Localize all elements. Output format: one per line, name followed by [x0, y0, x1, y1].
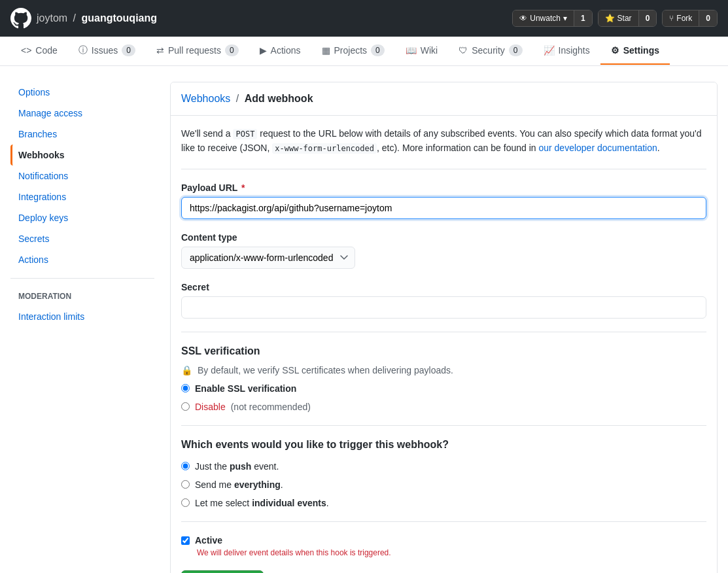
sidebar-item-secrets[interactable]: Secrets — [10, 228, 154, 249]
wiki-icon: 📖 — [406, 45, 417, 56]
main-body: We'll send a POST request to the URL bel… — [171, 116, 717, 573]
payload-url-required: * — [241, 182, 245, 193]
secret-input[interactable] — [181, 296, 706, 319]
repo-owner[interactable]: joytom — [37, 12, 67, 24]
ssl-verification-group: SSL verification 🔒 By default, we verify… — [181, 345, 706, 412]
watch-button[interactable]: 👁 Unwatch ▾ — [513, 10, 574, 26]
github-icon — [10, 8, 31, 29]
sidebar-branches-label: Branches — [18, 129, 57, 139]
content-type-select[interactable]: application/x-www-form-urlencoded applic… — [181, 247, 355, 269]
sidebar-item-interaction-limits[interactable]: Interaction limits — [10, 306, 154, 327]
watch-chevron-icon: ▾ — [563, 14, 567, 23]
code-icon: <> — [21, 45, 31, 56]
payload-url-group: Payload URL * — [181, 182, 706, 219]
payload-url-input[interactable] — [181, 197, 706, 219]
sidebar: Options Manage access Branches Webhooks … — [10, 82, 154, 573]
tab-insights[interactable]: 📈 Insights — [533, 37, 600, 65]
payload-url-label: Payload URL * — [181, 182, 706, 193]
star-icon: ⭐ — [605, 14, 615, 23]
event-everything-radio[interactable] — [181, 480, 190, 489]
page-breadcrumb: Webhooks / Add webhook — [181, 93, 706, 105]
sidebar-item-branches[interactable]: Branches — [10, 124, 154, 145]
star-button[interactable]: ⭐ Star — [598, 10, 638, 26]
security-icon: 🛡 — [459, 45, 468, 56]
sidebar-options-label: Options — [18, 87, 50, 97]
watch-icon: 👁 — [519, 14, 527, 23]
star-button-group: ⭐ Star 0 — [598, 10, 657, 27]
tab-settings[interactable]: ⚙ Settings — [600, 37, 670, 65]
tab-wiki[interactable]: 📖 Wiki — [395, 37, 448, 65]
event-individual-radio[interactable] — [181, 498, 190, 507]
fork-label: Fork — [676, 14, 692, 23]
tab-security-label: Security — [472, 45, 505, 56]
event-individual-label: Let me select individual events. — [195, 498, 329, 508]
ssl-radio-group: Enable SSL verification Disable (not rec… — [181, 383, 706, 412]
watch-button-group: 👁 Unwatch ▾ 1 — [512, 10, 592, 27]
main-content: Webhooks / Add webhook We'll send a POST… — [170, 82, 718, 573]
header-right: 👁 Unwatch ▾ 1 ⭐ Star 0 ⑂ Fork 0 — [512, 10, 718, 27]
content-type-label: Content type — [181, 232, 706, 243]
event-individual-option[interactable]: Let me select individual events. — [181, 498, 706, 508]
active-checkbox[interactable] — [181, 536, 190, 545]
repo-sep: / — [73, 12, 76, 24]
sidebar-item-actions[interactable]: Actions — [10, 249, 154, 270]
add-webhook-button[interactable]: Add webhook — [181, 570, 264, 573]
ssl-enable-radio[interactable] — [181, 384, 190, 392]
sidebar-secrets-label: Secrets — [18, 234, 49, 244]
post-code: POST — [233, 129, 257, 139]
event-push-option[interactable]: Just the push event. — [181, 461, 706, 472]
watch-count: 1 — [574, 10, 592, 26]
event-push-label: Just the push event. — [195, 461, 279, 472]
ssl-disable-radio[interactable] — [181, 402, 190, 411]
issues-count: 0 — [122, 44, 135, 56]
projects-count: 0 — [371, 44, 385, 56]
breadcrumb-parent[interactable]: Webhooks — [181, 93, 230, 104]
form-divider-top — [181, 169, 706, 169]
ssl-enable-option[interactable]: Enable SSL verification — [181, 383, 706, 394]
page-container: Options Manage access Branches Webhooks … — [0, 66, 728, 573]
tab-code-label: Code — [35, 45, 57, 56]
fork-button-group: ⑂ Fork 0 — [662, 10, 718, 27]
active-divider — [181, 521, 706, 522]
sidebar-item-deploy-keys[interactable]: Deploy keys — [10, 207, 154, 228]
repo-name[interactable]: guangtouqiang — [81, 12, 157, 24]
tab-security[interactable]: 🛡 Security 0 — [448, 37, 532, 65]
tab-issues[interactable]: ⓘ Issues 0 — [68, 37, 146, 65]
event-everything-option[interactable]: Send me everything. — [181, 479, 706, 490]
insights-icon: 📈 — [544, 45, 555, 56]
star-label: Star — [617, 14, 632, 23]
sidebar-actions-label: Actions — [18, 254, 48, 265]
ssl-divider — [181, 332, 706, 332]
breadcrumb-separator: / — [236, 93, 242, 104]
tab-wiki-label: Wiki — [421, 45, 438, 56]
header-left: joytom / guangtouqiang — [10, 8, 157, 29]
lock-icon: 🔒 — [181, 365, 192, 375]
form-code: x-www-form-urlencoded — [272, 143, 377, 154]
sidebar-item-webhooks[interactable]: Webhooks — [10, 145, 154, 165]
tab-code[interactable]: <> Code — [10, 37, 68, 65]
event-push-radio[interactable] — [181, 462, 190, 470]
tab-projects-label: Projects — [334, 45, 368, 56]
star-count: 0 — [638, 10, 657, 26]
events-radio-group: Just the push event. Send me everything.… — [181, 461, 706, 508]
sidebar-interaction-limits-label: Interaction limits — [18, 311, 84, 322]
tab-pr-label: Pull requests — [168, 45, 221, 56]
sidebar-item-integrations[interactable]: Integrations — [10, 186, 154, 207]
active-label: Active — [195, 535, 222, 546]
tab-actions-label: Actions — [271, 45, 301, 56]
sidebar-item-options[interactable]: Options — [10, 82, 154, 103]
tab-projects[interactable]: ▦ Projects 0 — [311, 37, 395, 65]
active-description: We will deliver event details when this … — [197, 548, 706, 557]
main-header: Webhooks / Add webhook — [171, 82, 717, 116]
ssl-disable-option[interactable]: Disable (not recommended) — [181, 402, 706, 412]
ssl-disable-label: Disable — [195, 402, 226, 412]
settings-icon: ⚙ — [611, 45, 619, 56]
tab-pull-requests[interactable]: ⇄ Pull requests 0 — [146, 37, 249, 65]
sidebar-item-manage-access[interactable]: Manage access — [10, 103, 154, 124]
developer-docs-link[interactable]: our developer documentation — [538, 143, 657, 153]
tab-issues-label: Issues — [92, 45, 118, 56]
fork-button[interactable]: ⑂ Fork — [663, 10, 699, 26]
sidebar-item-notifications[interactable]: Notifications — [10, 165, 154, 186]
events-group: Which events would you like to trigger t… — [181, 439, 706, 508]
tab-actions[interactable]: ▶ Actions — [249, 37, 311, 65]
